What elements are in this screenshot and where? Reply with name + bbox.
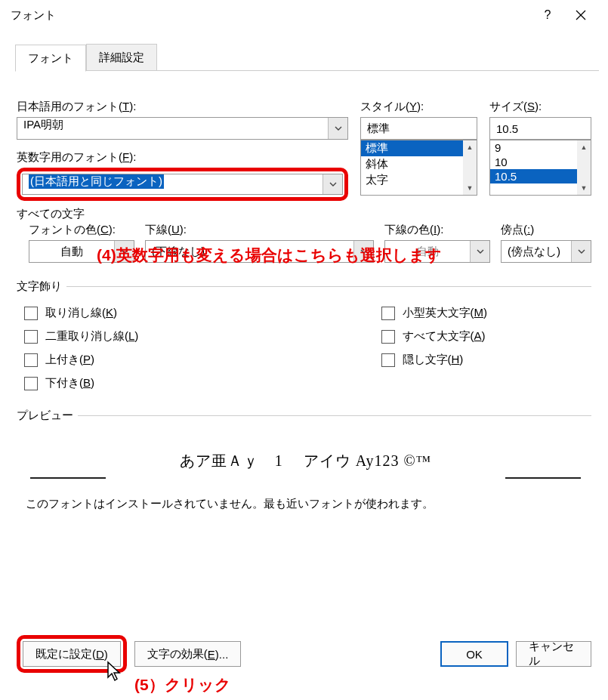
preview-sample-text: あア亜Ａｙ 1 アイウ Ay123 ©™ [180, 451, 431, 471]
japanese-font-value: IPA明朝 [17, 118, 328, 139]
check-strikethrough[interactable]: 取り消し線(K) [24, 301, 230, 325]
legend-preview: プレビュー [17, 409, 78, 423]
tab-advanced[interactable]: 詳細設定 [86, 44, 157, 71]
style-scrollbar[interactable]: ▲ ▼ [463, 140, 477, 195]
checkbox-icon [24, 353, 38, 367]
check-hidden[interactable]: 隠し文字(H) [381, 348, 588, 372]
checkbox-icon [381, 330, 395, 344]
checkbox-icon [381, 353, 395, 367]
close-icon [576, 10, 586, 20]
label-size: サイズ(S): [489, 100, 591, 114]
checkbox-icon [24, 377, 38, 390]
scroll-up-icon[interactable]: ▲ [463, 140, 477, 154]
check-double-strike[interactable]: 二重取り消し線(L) [24, 325, 230, 348]
dropdown-arrow-icon[interactable] [571, 241, 591, 262]
size-item[interactable]: 10.5 [490, 169, 591, 183]
dialog-footer: 既定に設定(D) 文字の効果(E)... OK キャンセル [0, 635, 608, 673]
label-emphasis: 傍点(:) [501, 223, 591, 237]
legend-decorations: 文字飾り [17, 279, 66, 294]
annotation-4: (4)英数字用も変える場合はこちらも選択します [97, 245, 442, 266]
checkbox-icon [24, 307, 38, 320]
label-font-color: フォントの色(C): [29, 223, 134, 237]
latin-font-combo-highlight: (日本語用と同じフォント) [17, 168, 348, 201]
scroll-up-icon[interactable]: ▲ [577, 140, 591, 154]
cursor-icon [106, 661, 122, 682]
latin-font-value: (日本語用と同じフォント) [23, 174, 323, 194]
tab-strip: フォント 詳細設定 [0, 44, 608, 71]
preview-note: このフォントはインストールされていません。最も近いフォントが使われます。 [24, 497, 587, 511]
scroll-down-icon[interactable]: ▼ [577, 181, 591, 195]
checkbox-icon [24, 330, 38, 344]
checkbox-icon [381, 307, 395, 320]
annotation-5: (5）クリック [134, 674, 231, 695]
dropdown-arrow-icon[interactable] [323, 174, 342, 194]
check-superscript[interactable]: 上付き(P) [24, 348, 230, 372]
japanese-font-combo[interactable]: IPA明朝 [17, 117, 348, 140]
ok-button[interactable]: OK [440, 641, 508, 667]
style-listbox[interactable]: 標準 斜体 太字 ▲ ▼ [360, 140, 477, 196]
preview-line-right [505, 477, 581, 479]
emphasis-combo[interactable]: (傍点なし) [501, 240, 591, 263]
size-listbox[interactable]: 9 10 10.5 ▲ ▼ [489, 140, 591, 196]
style-item-regular[interactable]: 標準 [361, 140, 477, 156]
label-underline-color: 下線の色(I): [384, 223, 490, 237]
help-icon: ? [545, 8, 551, 22]
emphasis-value: (傍点なし) [502, 245, 571, 259]
size-input[interactable] [489, 117, 591, 140]
size-item[interactable]: 10 [490, 155, 591, 169]
dropdown-arrow-icon[interactable] [470, 241, 489, 262]
label-underline: 下線(U): [145, 223, 374, 237]
label-latin-font: 英数字用のフォント(F): [17, 150, 348, 165]
close-button[interactable] [564, 0, 597, 30]
text-effects-button[interactable]: 文字の効果(E)... [134, 641, 242, 667]
latin-font-combo[interactable]: (日本語用と同じフォント) [22, 174, 343, 195]
help-button[interactable]: ? [531, 0, 564, 30]
preview-box: あア亜Ａｙ 1 アイウ Ay123 ©™ [24, 438, 587, 483]
window-title: フォント [11, 8, 56, 23]
style-item-bold[interactable]: 太字 [361, 172, 477, 188]
check-smallcaps[interactable]: 小型英大文字(M) [381, 301, 588, 325]
check-allcaps[interactable]: すべて大文字(A) [381, 325, 588, 348]
style-input[interactable] [360, 117, 477, 140]
cancel-button[interactable]: キャンセル [516, 641, 591, 667]
group-decorations: 文字飾り 取り消し線(K) 二重取り消し線(L) 上付き(P) 下付き(B) 小… [17, 279, 591, 398]
label-japanese-font: 日本語用のフォント(T): [17, 100, 348, 114]
preview-line-left [30, 477, 106, 479]
scroll-down-icon[interactable]: ▼ [463, 181, 477, 195]
dropdown-arrow-icon[interactable] [328, 118, 347, 139]
check-subscript[interactable]: 下付き(B) [24, 372, 230, 395]
style-item-italic[interactable]: 斜体 [361, 156, 477, 172]
group-preview: プレビュー あア亜Ａｙ 1 アイウ Ay123 ©™ このフォントはインストール… [17, 409, 591, 514]
size-scrollbar[interactable]: ▲ ▼ [577, 140, 591, 195]
label-style: スタイル(Y): [360, 100, 477, 114]
label-all-text: すべての文字 [17, 207, 591, 221]
size-item[interactable]: 9 [490, 140, 591, 155]
tab-font[interactable]: フォント [15, 45, 86, 72]
title-bar: フォント ? [0, 0, 608, 30]
